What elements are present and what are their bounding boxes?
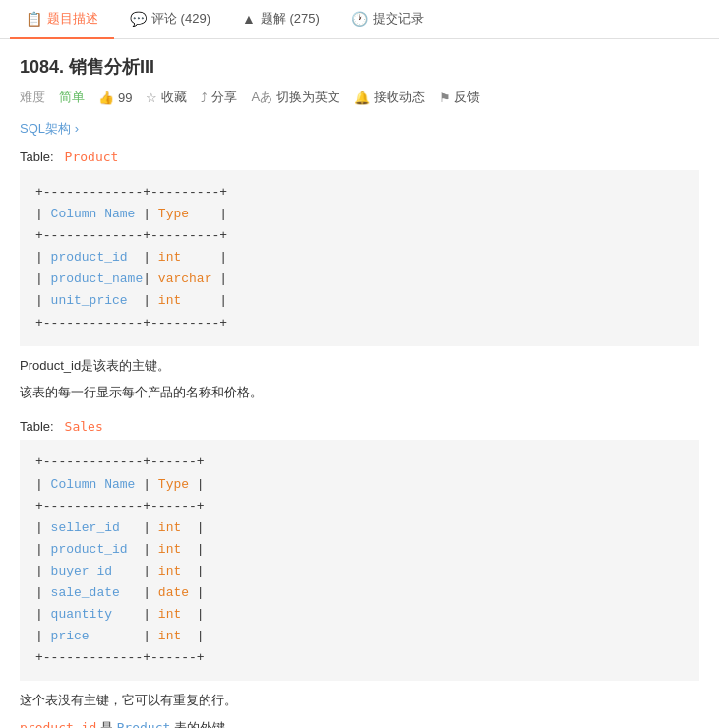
problem-title: 1084. 销售分析III (20, 55, 699, 79)
sales-section: Table: Sales +-------------+------+ | Co… (20, 419, 699, 728)
breadcrumb-link[interactable]: SQL架构 (20, 121, 71, 136)
breadcrumb: SQL架构 › (20, 120, 699, 138)
product-id-inline: product_id (20, 720, 96, 728)
switch-lang-button[interactable]: Aあ 切换为英文 (251, 89, 340, 106)
tab-submissions[interactable]: 🕐 提交记录 (335, 0, 440, 39)
sales-desc2: product_id 是 Product 表的外键。 (20, 716, 699, 728)
sales-table-code: +-------------+------+ | Column Name | T… (20, 440, 699, 681)
tab-bar: 📋 题目描述 💬 评论 (429) ▲ 题解 (275) 🕐 提交记录 (0, 0, 719, 39)
product-desc1: Product_id是该表的主键。 (20, 354, 699, 377)
product-table-label: Table: Product (20, 150, 699, 164)
difficulty-label: 难度 (20, 89, 45, 106)
difficulty-value[interactable]: 简单 (59, 89, 85, 106)
thumbup-icon: 👍 (98, 91, 114, 105)
product-table-name: Product (65, 150, 119, 164)
sales-table-name: Sales (65, 419, 103, 434)
flag-icon: ⚑ (439, 91, 450, 105)
sales-desc1: 这个表没有主键，它可以有重复的行。 (20, 689, 699, 711)
sales-table-label: Table: Sales (20, 419, 699, 434)
product-table-code: +-------------+---------+ | Column Name … (20, 170, 699, 346)
meta-row: 难度 简单 👍 99 ☆ 收藏 ⤴ 分享 Aあ 切换为英文 🔔 接收动态 ⚑ 反… (20, 89, 699, 106)
notifications-button[interactable]: 🔔 接收动态 (354, 89, 425, 106)
product-section: Table: Product +-------------+---------+… (20, 150, 699, 403)
bell-icon: 🔔 (354, 91, 370, 105)
translate-icon: Aあ (251, 89, 272, 106)
tab-solutions[interactable]: ▲ 题解 (275) (226, 0, 335, 39)
product-desc2: 该表的每一行显示每个产品的名称和价格。 (20, 381, 699, 403)
share-icon: ⤴ (201, 91, 208, 105)
likes-button[interactable]: 👍 99 (98, 91, 132, 105)
tab-comments[interactable]: 💬 评论 (429) (114, 0, 226, 39)
collect-button[interactable]: ☆ 收藏 (146, 89, 187, 106)
description-icon: 📋 (26, 11, 42, 27)
submission-icon: 🕐 (351, 11, 368, 27)
product-table-inline: Product (117, 720, 171, 728)
main-content: 1084. 销售分析III 难度 简单 👍 99 ☆ 收藏 ⤴ 分享 Aあ 切换… (0, 39, 719, 728)
tab-description[interactable]: 📋 题目描述 (10, 0, 114, 39)
solution-icon: ▲ (242, 11, 256, 27)
share-button[interactable]: ⤴ 分享 (201, 89, 237, 106)
star-icon: ☆ (146, 91, 157, 105)
feedback-button[interactable]: ⚑ 反馈 (439, 89, 480, 106)
comment-icon: 💬 (130, 11, 147, 27)
